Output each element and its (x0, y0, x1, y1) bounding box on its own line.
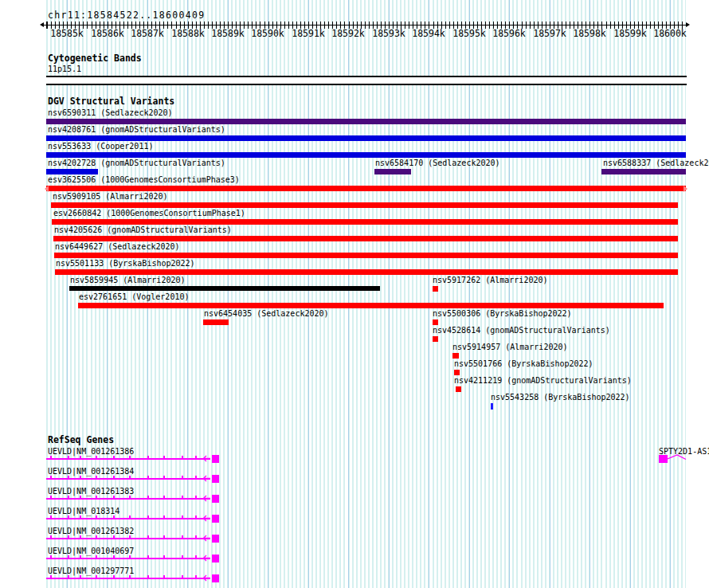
variant-bar[interactable] (433, 286, 438, 292)
gene-line[interactable] (46, 458, 210, 460)
variant-bar[interactable] (491, 403, 493, 410)
ruler-tick-label: 18586k (91, 29, 124, 38)
variant-bar[interactable] (78, 303, 664, 308)
variant-bar[interactable] (433, 319, 438, 325)
variant-label[interactable]: nsv6588337 (Sedlazeck2020) (603, 158, 709, 168)
gene-label[interactable]: UEVLD|NM_001261384 (48, 466, 134, 476)
variant-bar[interactable] (53, 236, 678, 241)
variant-bar[interactable] (374, 169, 411, 174)
variant-label[interactable]: nsv4208761 (gnomADStructuralVariants) (48, 124, 225, 135)
gene-exon-box[interactable] (212, 495, 219, 503)
variant-label[interactable]: nsv4202728 (gnomADStructuralVariants) (48, 158, 225, 168)
gene-exon-tick (129, 535, 131, 539)
gene-exon-tick (80, 496, 81, 499)
gene-label[interactable]: UEVLD|NM_001261386 (48, 446, 134, 457)
gene-exon-box[interactable] (212, 475, 219, 483)
dgv-header: DGV Structural Variants (48, 96, 174, 107)
gene-exon-tick (147, 535, 149, 539)
variant-bar[interactable] (46, 119, 686, 124)
gene-exon-tick (80, 456, 81, 459)
gene-exon-box[interactable] (212, 515, 219, 523)
gene-exon-tick (113, 575, 115, 578)
gene-exon-tick (50, 515, 52, 519)
ruler-labels: 18585k18586k18587k18588k18589k18590k1859… (0, 29, 709, 39)
variant-bar[interactable] (454, 370, 460, 375)
variant-bar[interactable] (46, 186, 686, 191)
gene-exon-tick (129, 456, 131, 459)
region-title: chr11:18584522..18600409 (48, 10, 205, 21)
cytoband-label: 11p15.1 (48, 64, 81, 74)
gene-exon-tick (113, 476, 115, 479)
variant-bar[interactable] (54, 253, 678, 258)
variant-bar[interactable] (46, 135, 686, 141)
variant-bar[interactable] (52, 219, 678, 225)
variant-label[interactable]: nsv5501133 (ByrskaBishop2022) (56, 258, 195, 269)
ruler-tick-label: 18594k (412, 29, 445, 38)
gene-line[interactable] (46, 498, 210, 500)
gene-label[interactable]: UEVLD|NM_001261382 (48, 526, 134, 536)
gene-exon-box[interactable] (212, 455, 219, 463)
ruler-tick-label: 18596k (492, 29, 526, 38)
variant-label[interactable]: nsv5917262 (Almarri2020) (433, 275, 548, 285)
gene-label[interactable]: UEVLD|NM_001297771 (48, 566, 134, 576)
gene-line[interactable] (46, 518, 210, 519)
gene-label[interactable]: UEVLD|NM_018314 (48, 506, 119, 516)
variant-label[interactable]: nsv6584170 (Sedlazeck2020) (375, 158, 500, 168)
gene-line[interactable] (46, 558, 210, 559)
gene-exon-tick (147, 575, 149, 578)
gene-exon-tick (195, 515, 197, 519)
variant-left-arrow-icon (45, 186, 49, 192)
gene-line[interactable] (46, 478, 210, 480)
cytoband[interactable] (46, 76, 687, 85)
gene-exon-tick (163, 575, 165, 578)
variant-label[interactable]: esv2660842 (1000GenomesConsortiumPhase1) (53, 208, 245, 218)
gene-line[interactable] (46, 578, 210, 579)
variant-label[interactable]: nsv4211219 (gnomADStructuralVariants) (454, 375, 632, 386)
variant-bar[interactable] (46, 169, 98, 174)
variant-label[interactable]: nsv5501766 (ByrskaBishop2022) (454, 359, 593, 369)
gene-exon-tick (195, 456, 197, 459)
variant-bar[interactable] (601, 169, 686, 174)
variant-bar[interactable] (203, 319, 229, 325)
variant-bar[interactable] (69, 286, 380, 291)
variant-label[interactable]: nsv6590311 (Sedlazeck2020) (48, 108, 173, 118)
gene-exon-tick (68, 555, 69, 559)
gene-exon-tick (182, 575, 183, 578)
gene-exon-box[interactable] (212, 535, 219, 543)
variant-label[interactable]: nsv6454035 (Sedlazeck2020) (204, 308, 329, 319)
variant-bar[interactable] (51, 202, 678, 208)
gene-exon-tick (96, 496, 97, 499)
variant-label[interactable]: esv2761651 (Vogler2010) (79, 292, 189, 302)
variant-label[interactable]: nsv4205626 (gnomADStructuralVariants) (54, 225, 232, 235)
variant-label[interactable]: nsv5500306 (ByrskaBishop2022) (433, 308, 572, 319)
variant-bar[interactable] (452, 353, 459, 359)
variant-bar[interactable] (46, 152, 686, 158)
gene-exon-tick (50, 476, 52, 479)
variant-bar[interactable] (456, 386, 461, 392)
variant-label[interactable]: nsv5909105 (Almarri2020) (53, 191, 168, 202)
variant-label[interactable]: nsv4528614 (gnomADStructuralVariants) (433, 325, 610, 335)
variant-label[interactable]: nsv5859945 (Almarri2020) (70, 275, 186, 285)
variant-label[interactable]: nsv6449627 (Sedlazeck2020) (55, 241, 180, 252)
variant-label[interactable]: nsv5543258 (ByrskaBishop2022) (491, 392, 630, 402)
gene-exon-box[interactable] (212, 574, 219, 582)
gene-strand-arrow-icon (202, 455, 211, 462)
variant-label[interactable]: nsv553633 (Cooper2011) (48, 141, 153, 151)
ruler-tick-label: 18589k (211, 29, 245, 38)
gene-exon-tick (68, 515, 69, 519)
variant-bar[interactable] (55, 269, 678, 275)
gene-label[interactable]: UEVLD|NM_001040697 (48, 546, 134, 556)
gene-exon-box[interactable] (212, 555, 219, 563)
gene-exon-tick (96, 555, 97, 559)
gene-line[interactable] (46, 538, 210, 539)
gene-exon-box[interactable] (659, 455, 668, 463)
variant-label[interactable]: nsv5914957 (Almarri2020) (452, 342, 568, 352)
gene-label[interactable]: UEVLD|NM_001261383 (48, 486, 134, 496)
gene-exon-tick (163, 456, 165, 459)
gene-exon-tick (80, 515, 81, 519)
variant-bar[interactable] (433, 336, 438, 342)
gene-strand-arrow-icon (202, 515, 211, 522)
gene-exon-tick (147, 476, 149, 479)
gene-exon-tick (50, 456, 52, 459)
variant-label[interactable]: esv3625506 (1000GenomesConsortiumPhase3) (48, 174, 240, 185)
